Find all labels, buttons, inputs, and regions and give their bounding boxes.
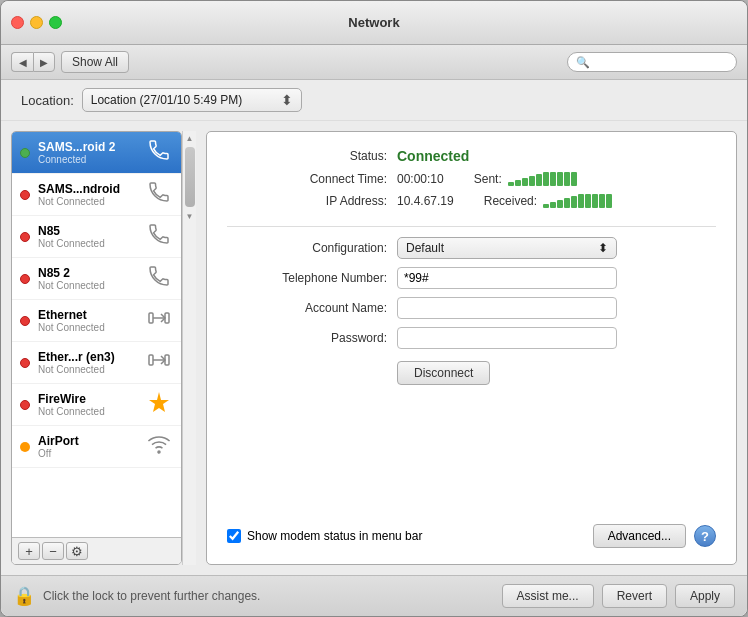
sent-label: Sent: (474, 172, 502, 186)
item-status: Not Connected (38, 238, 137, 249)
svg-point-7 (158, 451, 160, 453)
item-info: AirPortOff (38, 434, 137, 459)
config-arrow-icon: ⬍ (598, 241, 608, 255)
sidebar-item-firewire[interactable]: FireWireNot Connected (12, 384, 181, 426)
status-value: Connected (397, 148, 469, 164)
item-info: FireWireNot Connected (38, 392, 137, 417)
location-dropdown[interactable]: Location (27/01/10 5:49 PM) ⬍ (82, 88, 302, 112)
status-dot (20, 442, 30, 452)
sidebar-item-airport[interactable]: AirPortOff (12, 426, 181, 468)
location-arrow-icon: ⬍ (281, 92, 293, 108)
item-status: Not Connected (38, 280, 137, 291)
modem-status-checkbox[interactable] (227, 529, 241, 543)
item-info: EthernetNot Connected (38, 308, 137, 333)
item-status: Connected (38, 154, 137, 165)
main-content: SAMS...roid 2Connected SAMS...ndroidNot … (1, 121, 747, 575)
item-info: N85 2Not Connected (38, 266, 137, 291)
network-type-icon (145, 222, 173, 251)
settings-button[interactable]: ⚙ (66, 542, 88, 560)
status-dot (20, 232, 30, 242)
item-status: Not Connected (38, 196, 137, 207)
ip-label: IP Address: (227, 194, 387, 208)
toolbar: ◀ ▶ Show All 🔍 (1, 45, 747, 80)
maximize-button[interactable] (49, 16, 62, 29)
status-label: Status: (227, 149, 387, 163)
sidebar-item-ether-en3[interactable]: Ether...r (en3)Not Connected (12, 342, 181, 384)
connect-time-label: Connect Time: (227, 172, 387, 186)
lock-icon[interactable]: 🔒 (13, 585, 35, 607)
traffic-lights (11, 16, 62, 29)
help-button[interactable]: ? (694, 525, 716, 547)
disconnect-row: Disconnect (227, 361, 716, 385)
apply-button[interactable]: Apply (675, 584, 735, 608)
sidebar-item-n85[interactable]: N85Not Connected (12, 216, 181, 258)
status-dot (20, 400, 30, 410)
show-all-button[interactable]: Show All (61, 51, 129, 73)
assist-button[interactable]: Assist me... (502, 584, 594, 608)
close-button[interactable] (11, 16, 24, 29)
received-signal-bars (543, 194, 612, 208)
status-dot (20, 316, 30, 326)
status-row: Status: Connected (227, 148, 716, 164)
revert-button[interactable]: Revert (602, 584, 667, 608)
disconnect-button[interactable]: Disconnect (397, 361, 490, 385)
config-label: Configuration: (227, 241, 387, 255)
sidebar-scrollbar: ▲ ▼ (182, 131, 196, 565)
network-type-icon (145, 306, 173, 335)
titlebar: Network (1, 1, 747, 45)
config-row: Configuration: Default ⬍ (227, 237, 716, 259)
sidebar-item-n85-2[interactable]: N85 2Not Connected (12, 258, 181, 300)
bottom-bar: 🔒 Click the lock to prevent further chan… (1, 575, 747, 616)
item-info: Ether...r (en3)Not Connected (38, 350, 137, 375)
network-type-icon (145, 264, 173, 293)
config-dropdown[interactable]: Default ⬍ (397, 237, 617, 259)
status-dot (20, 190, 30, 200)
window-title: Network (348, 15, 399, 30)
item-name: Ether...r (en3) (38, 350, 137, 364)
item-name: AirPort (38, 434, 137, 448)
nav-buttons: ◀ ▶ (11, 52, 55, 72)
back-button[interactable]: ◀ (11, 52, 33, 72)
search-input[interactable] (594, 55, 728, 69)
advanced-button[interactable]: Advanced... (593, 524, 686, 548)
password-input[interactable] (397, 327, 617, 349)
item-info: SAMS...ndroidNot Connected (38, 182, 137, 207)
account-row: Account Name: (227, 297, 716, 319)
received-label: Received: (484, 194, 537, 208)
config-value: Default (406, 241, 590, 255)
item-info: N85Not Connected (38, 224, 137, 249)
scroll-down-button[interactable]: ▼ (183, 209, 197, 223)
scroll-up-button[interactable]: ▲ (183, 131, 197, 145)
network-type-icon (145, 390, 173, 419)
item-status: Not Connected (38, 322, 137, 333)
connect-time-value: 00:00:10 (397, 172, 444, 186)
sidebar-wrapper: SAMS...roid 2Connected SAMS...ndroidNot … (11, 131, 196, 565)
sidebar: SAMS...roid 2Connected SAMS...ndroidNot … (11, 131, 182, 565)
password-row: Password: (227, 327, 716, 349)
scroll-thumb[interactable] (185, 147, 195, 207)
sidebar-item-sams-android[interactable]: SAMS...ndroidNot Connected (12, 174, 181, 216)
status-dot (20, 148, 30, 158)
account-input[interactable] (397, 297, 617, 319)
item-status: Off (38, 448, 137, 459)
sidebar-item-ethernet[interactable]: EthernetNot Connected (12, 300, 181, 342)
account-label: Account Name: (227, 301, 387, 315)
sidebar-list: SAMS...roid 2Connected SAMS...ndroidNot … (12, 132, 181, 537)
remove-network-button[interactable]: − (42, 542, 64, 560)
svg-rect-0 (149, 313, 153, 323)
add-network-button[interactable]: + (18, 542, 40, 560)
item-name: FireWire (38, 392, 137, 406)
bottom-actions: Show modem status in menu bar Advanced..… (227, 514, 716, 548)
status-dot (20, 358, 30, 368)
sidebar-item-sams-roid2[interactable]: SAMS...roid 2Connected (12, 132, 181, 174)
network-window: Network ◀ ▶ Show All 🔍 Location: Locatio… (0, 0, 748, 617)
status-dot (20, 274, 30, 284)
separator (227, 226, 716, 227)
ip-row: IP Address: 10.4.67.19 Received: (227, 194, 716, 208)
ip-value: 10.4.67.19 (397, 194, 454, 208)
minimize-button[interactable] (30, 16, 43, 29)
phone-input[interactable] (397, 267, 617, 289)
location-bar: Location: Location (27/01/10 5:49 PM) ⬍ (1, 80, 747, 121)
forward-button[interactable]: ▶ (33, 52, 55, 72)
search-icon: 🔍 (576, 56, 590, 69)
